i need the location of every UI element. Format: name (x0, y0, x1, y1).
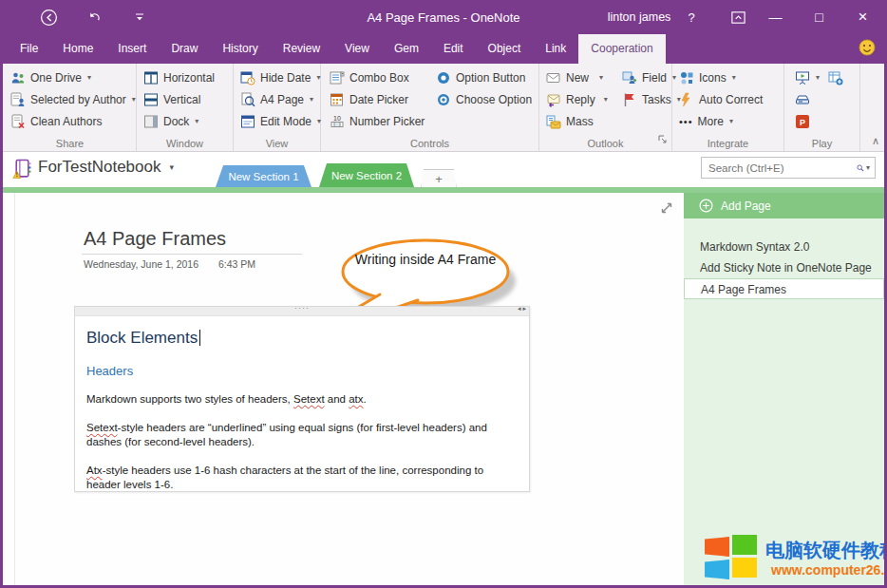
choose-option-button[interactable]: Choose Option (431, 88, 537, 110)
presentation-button[interactable]: ▾ (790, 66, 848, 88)
tab-view[interactable]: View (332, 34, 382, 64)
minimize-button[interactable]: — (754, 0, 797, 34)
tab-history[interactable]: History (210, 34, 270, 64)
tab-review[interactable]: Review (271, 34, 332, 64)
help-button[interactable]: ? (680, 0, 703, 34)
icons-button[interactable]: Icons ▾ (674, 66, 767, 88)
ribbon-group-integrate: Icons ▾ Auto Correct ••• More ▾ Integrat… (672, 64, 784, 151)
frame-paragraph-1: Markdown supports two styles of headers,… (86, 392, 518, 407)
collapse-ribbon-button[interactable]: ∧ (872, 135, 879, 147)
search-scope-caret-icon[interactable]: ▾ (866, 163, 870, 172)
group-label-outlook: Outlook (539, 138, 671, 149)
edit-mode-icon (240, 114, 255, 129)
page-list-item-active[interactable]: A4 Page Frames (684, 278, 884, 299)
ribbon: One Drive ▾ Selected by Author ▾ Clean A… (0, 64, 887, 152)
frame-move-handle[interactable]: ···· ◂ ▸ (75, 307, 529, 316)
tab-draw[interactable]: Draw (159, 34, 210, 64)
dock-button[interactable]: Dock ▾ (139, 110, 219, 132)
number-picker-button[interactable]: 10 Number Picker (325, 110, 429, 132)
combo-box-label: Combo Box (349, 71, 409, 85)
group-label-share: Share (4, 138, 136, 149)
frame-resize-icon[interactable]: ◂ ▸ (518, 305, 526, 313)
powerpoint-button[interactable]: P (790, 110, 848, 132)
scanner-button[interactable] (790, 88, 848, 110)
close-button[interactable]: × (841, 0, 884, 34)
dropdown-caret-icon: ▾ (310, 95, 313, 104)
tasks-label: Tasks (642, 93, 671, 106)
a4-text-frame[interactable]: ···· ◂ ▸ Block Elements Headers Markdown… (74, 306, 530, 492)
page-title[interactable]: A4 Page Frames (84, 228, 226, 250)
one-drive-button[interactable]: One Drive ▾ (6, 66, 141, 88)
undo-icon (86, 9, 103, 26)
number-picker-icon: 10 (330, 114, 345, 129)
full-page-view-button[interactable] (659, 200, 674, 219)
section-tab-1[interactable]: New Section 1 (216, 165, 311, 187)
customize-quick-access-button[interactable] (131, 0, 148, 34)
search-icon[interactable] (857, 161, 864, 175)
page-date: Wednesday, June 1, 2016 (84, 258, 198, 270)
tab-gem[interactable]: Gem (382, 34, 431, 64)
add-page-button[interactable]: Add Page (684, 193, 884, 218)
mass-button[interactable]: Mass (541, 110, 613, 132)
field-people-icon (622, 70, 637, 85)
titlebar: A4 Page Frames - OneNote linton james ? … (0, 0, 887, 34)
tab-cooperation[interactable]: Cooperation (578, 34, 665, 64)
people-icon (10, 70, 26, 85)
page-list-item[interactable]: Add Sticky Note in OneNote Page (684, 257, 884, 278)
notebook-icon: ! (12, 159, 32, 182)
notebook-name: ForTestNotebook (38, 158, 160, 177)
spellcheck-word: atx (349, 393, 363, 405)
tab-link[interactable]: Link (533, 34, 578, 64)
account-user-name[interactable]: linton james (604, 0, 674, 34)
outlook-dialog-launcher[interactable] (658, 131, 668, 148)
dialog-launcher-icon (658, 135, 668, 144)
page-title-underline (82, 254, 302, 255)
ribbon-display-options-button[interactable] (722, 0, 754, 34)
a4-page-icon (240, 92, 255, 107)
dropdown-caret-icon: ▾ (816, 73, 820, 82)
clean-authors-button[interactable]: Clean Authors (6, 110, 141, 132)
back-button[interactable] (38, 0, 59, 34)
tab-insert[interactable]: Insert (105, 34, 159, 64)
tab-edit[interactable]: Edit (431, 34, 476, 64)
scanner-icon (795, 92, 810, 107)
undo-button[interactable] (84, 0, 104, 34)
callout-text: Writing inside A4 Frame (353, 251, 498, 268)
add-section-tab[interactable]: + (421, 169, 457, 189)
ribbon-group-outlook: New ▾ Reply ▾ Mass Field ▾ Tasks ▾ (539, 64, 672, 151)
new-mail-button[interactable]: New ▾ (541, 66, 613, 88)
watermark-url: www.computer26.com (771, 562, 887, 578)
edit-mode-button[interactable]: Edit Mode ▾ (236, 110, 326, 132)
horizontal-button[interactable]: Horizontal (139, 66, 219, 88)
maximize-button[interactable]: □ (798, 0, 840, 34)
presentation-play-icon (795, 70, 810, 85)
feedback-smiley-button[interactable] (859, 39, 876, 60)
search-input[interactable] (702, 162, 855, 174)
tab-object[interactable]: Object (476, 34, 534, 64)
combo-box-button[interactable]: Combo Box (325, 66, 429, 88)
auto-correct-button[interactable]: Auto Correct (674, 88, 767, 110)
option-button-button[interactable]: Option Button (431, 66, 537, 88)
reply-button[interactable]: Reply ▾ (541, 88, 613, 110)
spellcheck-word: Setext (86, 422, 118, 433)
selected-by-author-button[interactable]: Selected by Author ▾ (6, 88, 141, 110)
tab-home[interactable]: Home (50, 34, 105, 64)
frame-text-area[interactable]: Block Elements Headers Markdown supports… (75, 316, 529, 492)
a4-page-button[interactable]: A4 Page ▾ (236, 88, 326, 110)
choose-option-label: Choose Option (456, 93, 532, 106)
section-tab-2-active[interactable]: New Section 2 (319, 163, 414, 187)
option-button-label: Option Button (456, 71, 525, 85)
vertical-button[interactable]: Vertical (139, 88, 219, 110)
date-picker-button[interactable]: Date Picker (325, 88, 429, 110)
logo-tile-blue (705, 560, 729, 579)
watermark-windows-logo (705, 535, 760, 580)
page-edge-line (14, 193, 15, 585)
svg-text:P: P (800, 117, 805, 126)
tab-file[interactable]: File (8, 34, 50, 64)
mass-mail-icon (546, 114, 561, 129)
ribbon-group-share: One Drive ▾ Selected by Author ▾ Clean A… (4, 64, 137, 151)
hide-date-button[interactable]: Hide Date ▾ (236, 66, 326, 88)
page-list-item[interactable]: Markdown Syntax 2.0 (684, 237, 884, 257)
notebook-dropdown[interactable]: ForTestNotebook ▾ (38, 158, 174, 177)
more-button[interactable]: ••• More ▾ (674, 110, 767, 132)
